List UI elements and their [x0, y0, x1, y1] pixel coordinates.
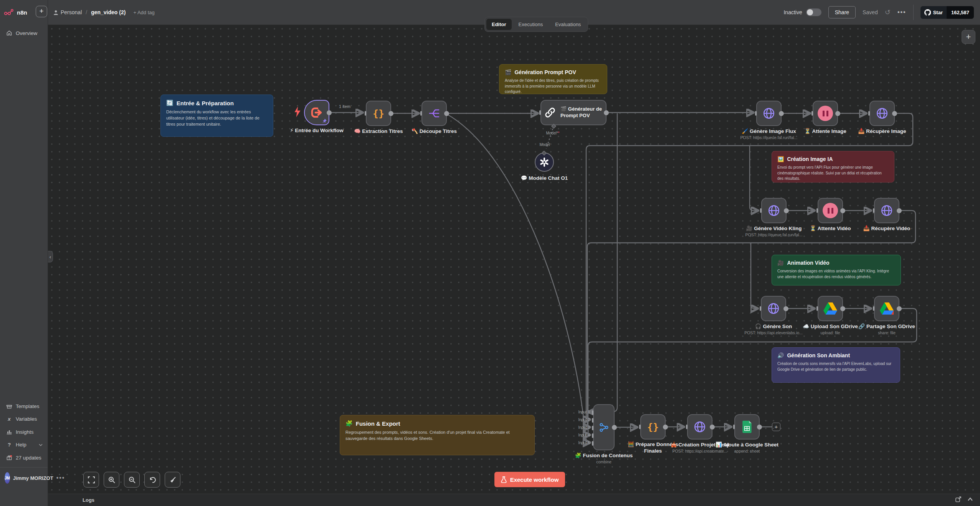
notification-dot [10, 455, 12, 457]
node-creation-projet-final[interactable]: 🎪 Création Projet FinalPOST: https://api… [687, 414, 712, 440]
editor-tabs: Editor Executions Evaluations [484, 17, 588, 32]
workflow-menu-dots[interactable]: ••• [897, 9, 906, 16]
node-genere-video-kling[interactable]: 🎥 Génère Vidéo KlingPOST: https://queue.… [761, 198, 787, 223]
output-port[interactable] [784, 208, 789, 213]
node-upload-son-gdrive[interactable]: ☁️ Upload Son GDriveupload: file [818, 296, 843, 321]
connection[interactable] [750, 146, 757, 211]
expand-logs-chevron-icon[interactable] [967, 496, 973, 504]
workflow-name[interactable]: gen_video (2) [91, 9, 126, 15]
new-workflow-button[interactable]: + [36, 6, 47, 17]
active-toggle[interactable] [806, 8, 821, 16]
output-port[interactable] [757, 425, 762, 430]
connection[interactable] [447, 114, 589, 443]
merge-icon [598, 421, 610, 433]
github-star-count: 162,587 [947, 6, 974, 19]
popout-logs-icon[interactable] [955, 496, 961, 504]
trigger-bolt-icon [294, 106, 301, 117]
output-port[interactable] [710, 425, 715, 430]
breadcrumb: Personal / gen_video (2) + Add tag [48, 9, 155, 15]
canvas-add-node-button[interactable]: + [962, 30, 975, 44]
sidebar-item-overview[interactable]: Overview [0, 27, 48, 40]
github-star-widget[interactable]: Star 162,587 [921, 6, 974, 19]
node-ajoute-a-google-sheet[interactable]: 📊 Ajoute à Google Sheetappend: sheet [734, 414, 760, 440]
output-port[interactable] [840, 306, 845, 311]
node-recupere-image[interactable]: 📥 Récupère Image [869, 101, 895, 126]
sidebar-item-variables[interactable]: x Variables [0, 413, 48, 425]
header-divider [913, 5, 914, 20]
connection[interactable] [587, 211, 916, 427]
connection[interactable] [589, 113, 617, 412]
reset-zoom-button[interactable] [144, 472, 160, 488]
input-port [760, 306, 761, 311]
templates-box-icon [6, 403, 12, 409]
output-port[interactable] [663, 425, 668, 430]
input-port-2 [592, 418, 593, 423]
zoom-out-button[interactable] [124, 472, 140, 488]
input-port [873, 208, 874, 213]
output-port[interactable] [783, 306, 788, 311]
output-port[interactable] [835, 111, 840, 116]
wait-pause-icon [818, 106, 833, 121]
fit-view-button[interactable] [83, 472, 99, 488]
broom-icon [169, 476, 176, 483]
add-node-button[interactable]: + [772, 423, 780, 431]
output-port[interactable] [892, 111, 897, 116]
node-extraction-titres[interactable]: {} 🧠 Extraction Titres [366, 101, 391, 126]
zoom-in-button[interactable] [104, 472, 119, 488]
chain-llm-icon [544, 106, 557, 119]
tab-executions[interactable]: Executions [513, 19, 549, 30]
output-port[interactable] [897, 306, 902, 311]
tab-editor[interactable]: Editor [486, 19, 512, 30]
n8n-logo-icon [4, 8, 14, 17]
toggle-knob [807, 9, 813, 15]
output-port[interactable] [327, 110, 332, 115]
model-required-port-label: Model** [539, 131, 566, 135]
node-fusion-de-contenus[interactable]: Input 1 Input 2 Input 3 Input 4 Input 5 … [593, 404, 615, 450]
sidebar-item-templates[interactable]: Templates [0, 400, 48, 413]
gift-icon [6, 455, 12, 461]
tidy-up-button[interactable] [165, 472, 180, 488]
merge-input-label: Input 2 [569, 418, 590, 422]
add-tag-button[interactable]: + Add tag [133, 10, 154, 15]
breadcrumb-project[interactable]: Personal [53, 9, 82, 15]
node-genere-son[interactable]: 🎧 Génère SonPOST: https://api.elevenlabs… [761, 296, 786, 321]
node-recupere-video[interactable]: 📥 Récupère Vidéo [874, 198, 899, 223]
share-button[interactable]: Share [828, 6, 856, 18]
sidebar-item-insights[interactable]: Insights [0, 425, 48, 438]
node-prepare-donnees-finales[interactable]: {} 🧮 Prépare Données Finales [640, 414, 666, 440]
sidebar-item-help[interactable]: ? Help [0, 438, 48, 451]
node-entree-du-workflow[interactable]: ⚡ Entrée du Workflow [304, 100, 329, 125]
sidebar-item-updates[interactable]: 27 updates [0, 451, 48, 464]
logs-panel-bar[interactable]: Logs [48, 494, 980, 506]
workflow-canvas[interactable]: 🔄Entrée & Préparation Déclenchement du w… [48, 25, 980, 494]
openai-icon [539, 157, 549, 167]
history-icon[interactable]: ↺ [885, 8, 891, 17]
input-port [686, 425, 687, 429]
logs-title: Logs [48, 497, 94, 503]
user-menu-dots[interactable]: ••• [56, 474, 65, 481]
google-drive-icon [880, 302, 894, 315]
wait-pause-icon [823, 203, 838, 218]
output-port[interactable] [444, 111, 449, 116]
node-modele-chat-o1[interactable]: 💬 Modèle Chat O1 [535, 153, 554, 172]
output-port[interactable] [612, 425, 617, 430]
undo-icon [149, 476, 156, 483]
node-partage-son-gdrive[interactable]: 🔗 Partage Son GDriveshare: file [874, 296, 899, 321]
node-attente-image[interactable]: ⏳ Attente Image [813, 101, 838, 126]
tab-evaluations[interactable]: Evaluations [550, 19, 586, 30]
node-decoupe-titres[interactable]: 🪓 Découpe Titres [421, 101, 447, 126]
user-menu[interactable]: JM Jimmy MORIZOT ••• [0, 468, 48, 488]
sidebar-collapse-handle[interactable]: ‹ [48, 251, 53, 262]
output-port[interactable] [897, 208, 902, 213]
node-genere-image-flux[interactable]: 🖌️ Génère Image FluxPOST: https://queue.… [756, 101, 782, 126]
execute-workflow-trigger-icon [311, 107, 323, 118]
output-port[interactable] [388, 111, 393, 116]
output-port[interactable] [779, 111, 784, 116]
node-generateur-de-prompt-pov[interactable]: 🎬 Générateur de Prompt POV [540, 100, 607, 125]
output-port[interactable] [604, 110, 609, 115]
node-attente-video[interactable]: ⏳ Attente Vidéo [818, 198, 843, 223]
connection[interactable] [751, 243, 757, 309]
output-port[interactable] [840, 208, 845, 213]
execute-workflow-button[interactable]: Execute workflow [494, 472, 565, 487]
insights-chart-icon [6, 429, 12, 435]
